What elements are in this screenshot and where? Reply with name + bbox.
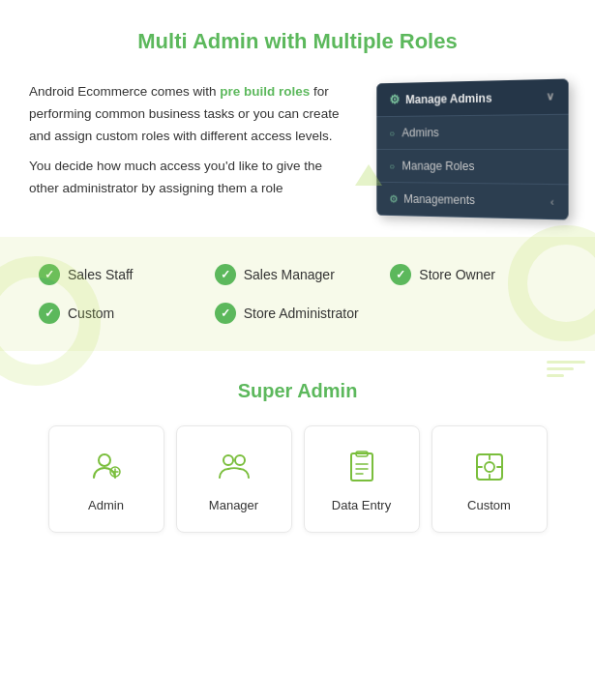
check-icon bbox=[390, 264, 411, 285]
circle-icon: ○ bbox=[389, 128, 395, 138]
panel-header-row: ⚙ Manage Admins ∨ bbox=[376, 78, 568, 117]
admin-card-label: Manager bbox=[209, 498, 258, 512]
stripe-2 bbox=[547, 367, 574, 370]
panel-manage-roles-row: ○ Manage Roles bbox=[376, 150, 568, 185]
manager-icon bbox=[213, 446, 255, 488]
multi-admin-title: Multi Admin with Multiple Roles bbox=[29, 29, 566, 54]
role-item-store-admin: Store Administrator bbox=[215, 303, 381, 324]
admin-card-label: Data Entry bbox=[332, 498, 391, 512]
admin-cards-grid: Admin Manager bbox=[19, 425, 576, 533]
role-label: Sales Staff bbox=[68, 267, 133, 282]
check-icon bbox=[215, 303, 236, 324]
svg-point-4 bbox=[223, 455, 233, 465]
check-icon bbox=[39, 264, 60, 285]
admin-card-manager: Manager bbox=[176, 425, 292, 533]
role-item-store-owner: Store Owner bbox=[390, 264, 556, 285]
panel-managements-row: ⚙ Managements ‹ bbox=[376, 183, 568, 220]
description-text: Android Ecommerce comes with pre build r… bbox=[29, 81, 353, 148]
chevron-left-icon: ‹ bbox=[550, 195, 554, 207]
panel-admins-row: ○ Admins bbox=[376, 115, 568, 150]
super-admin-section: Super Admin Admin bbox=[0, 351, 595, 552]
role-item-custom: Custom bbox=[39, 303, 205, 324]
admin-card-label: Admin bbox=[88, 498, 124, 512]
circle-icon-2: ○ bbox=[389, 160, 395, 171]
admin-card-admin: Admin bbox=[48, 425, 164, 533]
custom-icon bbox=[468, 446, 511, 488]
decorative-triangle bbox=[355, 164, 382, 186]
description-text-2: You decide how much access you'd like to… bbox=[29, 156, 353, 200]
admin-panel-mockup: ⚙ Manage Admins ∨ ○ Admins ○ Manage Role… bbox=[376, 78, 568, 219]
role-label: Sales Manager bbox=[244, 267, 335, 282]
gear-icon: ⚙ bbox=[389, 93, 400, 107]
admin-card-custom: Custom bbox=[431, 425, 548, 533]
check-icon bbox=[39, 303, 60, 324]
chevron-down-icon: ∨ bbox=[546, 90, 553, 103]
cog-small-icon: ⚙ bbox=[389, 192, 398, 205]
roles-section: Sales Staff Sales Manager Store Owner Cu… bbox=[0, 237, 595, 351]
admin-card-label: Custom bbox=[467, 498, 511, 512]
role-label: Custom bbox=[68, 306, 114, 321]
role-label: Store Administrator bbox=[244, 306, 359, 321]
svg-point-0 bbox=[99, 454, 110, 466]
admin-icon bbox=[85, 446, 128, 488]
role-item-sales-staff: Sales Staff bbox=[39, 264, 205, 285]
svg-point-12 bbox=[485, 462, 494, 472]
content-row: Android Ecommerce comes with pre build r… bbox=[29, 81, 566, 218]
stripe-1 bbox=[547, 361, 585, 364]
description-block: Android Ecommerce comes with pre build r… bbox=[29, 81, 353, 200]
data-entry-icon bbox=[341, 446, 383, 488]
admin-card-data-entry: Data Entry bbox=[304, 425, 420, 533]
decorative-stripes bbox=[547, 361, 585, 377]
super-admin-title: Super Admin bbox=[19, 380, 576, 402]
svg-rect-6 bbox=[351, 453, 372, 481]
svg-point-5 bbox=[235, 455, 245, 465]
check-icon bbox=[215, 264, 236, 285]
multi-admin-section: Multi Admin with Multiple Roles Android … bbox=[0, 0, 595, 237]
stripe-3 bbox=[547, 374, 564, 377]
role-label: Store Owner bbox=[419, 267, 495, 282]
role-item-sales-manager: Sales Manager bbox=[215, 264, 381, 285]
